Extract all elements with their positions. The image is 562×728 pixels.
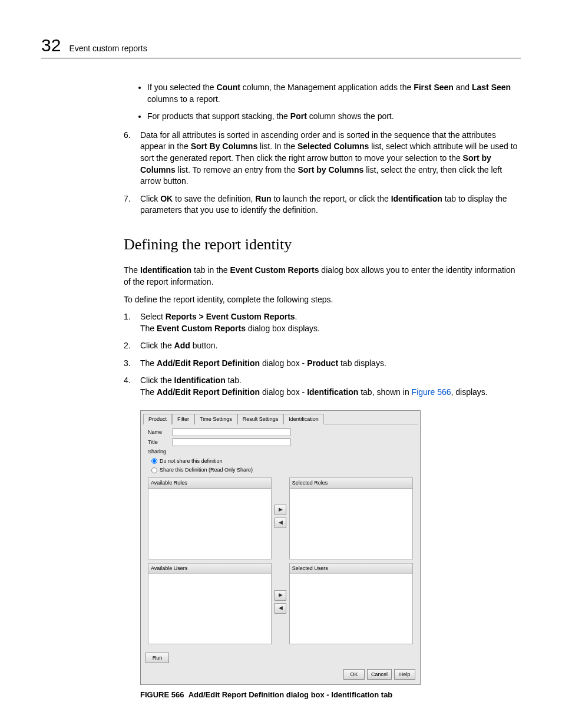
dialog-footer: OK Cancel Help bbox=[141, 667, 420, 684]
radio-do-not-share-label: Do not share this definition bbox=[160, 457, 223, 465]
roles-move-left-button[interactable]: ◀ bbox=[275, 518, 286, 528]
available-roles-header: Available Roles bbox=[148, 477, 272, 489]
section-heading: Defining the report identity bbox=[124, 234, 521, 255]
tab-bar: Product Filter Time Settings Result Sett… bbox=[141, 411, 420, 424]
selected-users-panel: Selected Users bbox=[289, 563, 413, 645]
available-users-panel: Available Users bbox=[148, 563, 272, 645]
add-edit-report-dialog: Product Filter Time Settings Result Sett… bbox=[140, 410, 421, 686]
header-title: Event custom reports bbox=[69, 44, 147, 53]
bullet-item: For products that support stacking, the … bbox=[147, 111, 521, 123]
radio-do-not-share-input[interactable] bbox=[151, 458, 157, 464]
available-users-list[interactable] bbox=[148, 574, 272, 644]
step-2: Click the Add button. bbox=[124, 340, 521, 352]
selected-users-list[interactable] bbox=[289, 574, 413, 644]
step-4: Click the Identification tab. The Add/Ed… bbox=[124, 375, 521, 398]
page-header: 32 Event custom reports bbox=[41, 35, 521, 58]
radio-do-not-share[interactable]: Do not share this definition bbox=[151, 457, 413, 465]
step-3: The Add/Edit Report Definition dialog bo… bbox=[124, 358, 521, 370]
ok-button[interactable]: OK bbox=[343, 669, 365, 680]
tab-identification[interactable]: Identification bbox=[283, 414, 324, 425]
step-1-sub: The Event Custom Reports dialog box disp… bbox=[140, 323, 521, 335]
tab-body: Name Title Sharing Do not share this def… bbox=[143, 424, 418, 649]
roles-panels: Available Roles ▶ ◀ Selected Roles bbox=[148, 477, 413, 559]
help-button[interactable]: Help bbox=[394, 669, 415, 680]
available-users-header: Available Users bbox=[148, 563, 272, 574]
selected-roles-header: Selected Roles bbox=[289, 477, 413, 489]
run-button[interactable]: Run bbox=[146, 653, 169, 663]
radio-share[interactable]: Share this Definition (Read Only Share) bbox=[151, 466, 413, 474]
title-input[interactable] bbox=[173, 438, 290, 446]
bullet-list-top: If you selected the Count column, the Ma… bbox=[124, 82, 521, 123]
sharing-label: Sharing bbox=[148, 448, 173, 456]
sharing-row: Sharing bbox=[148, 448, 413, 456]
name-row: Name bbox=[148, 428, 413, 436]
figure-caption: FIGURE 566 Add/Edit Report Definition di… bbox=[140, 690, 521, 700]
page-number: 32 bbox=[41, 35, 61, 55]
figure-link[interactable]: Figure 566 bbox=[412, 387, 451, 397]
name-input[interactable] bbox=[173, 428, 290, 436]
bullet-item: If you selected the Count column, the Ma… bbox=[147, 82, 521, 105]
tab-time-settings[interactable]: Time Settings bbox=[194, 414, 237, 425]
selected-roles-list[interactable] bbox=[289, 489, 413, 559]
available-roles-panel: Available Roles bbox=[148, 477, 272, 559]
step-7: Click OK to save the definition, Run to … bbox=[124, 193, 521, 216]
intro-paragraph: The Identification tab in the Event Cust… bbox=[124, 265, 521, 288]
steps-upper: Data for all attributes is sorted in asc… bbox=[124, 130, 521, 216]
intro-paragraph-2: To define the report identity, complete … bbox=[124, 294, 521, 306]
users-panels: Available Users ▶ ◀ Selected Users bbox=[148, 563, 413, 645]
users-move-left-button[interactable]: ◀ bbox=[275, 603, 286, 614]
users-move-right-button[interactable]: ▶ bbox=[275, 590, 286, 601]
selected-roles-panel: Selected Roles bbox=[289, 477, 413, 559]
available-roles-list[interactable] bbox=[148, 489, 272, 559]
tab-result-settings[interactable]: Result Settings bbox=[237, 414, 284, 425]
radio-share-label: Share this Definition (Read Only Share) bbox=[160, 466, 253, 474]
radio-share-input[interactable] bbox=[151, 467, 157, 473]
cancel-button[interactable]: Cancel bbox=[367, 669, 392, 680]
selected-users-header: Selected Users bbox=[289, 563, 413, 574]
title-row: Title bbox=[148, 438, 413, 446]
step-1: Select Reports > Event Custom Reports. T… bbox=[124, 311, 521, 334]
title-label: Title bbox=[148, 439, 173, 446]
step-6: Data for all attributes is sorted in asc… bbox=[124, 130, 521, 187]
name-label: Name bbox=[148, 429, 173, 436]
tab-product[interactable]: Product bbox=[143, 414, 172, 425]
main-content: If you selected the Count column, the Ma… bbox=[124, 82, 521, 700]
step-4-sub: The Add/Edit Report Definition dialog bo… bbox=[140, 387, 521, 398]
roles-move-right-button[interactable]: ▶ bbox=[275, 505, 286, 515]
tab-filter[interactable]: Filter bbox=[172, 414, 194, 425]
steps-lower: Select Reports > Event Custom Reports. T… bbox=[124, 311, 521, 398]
